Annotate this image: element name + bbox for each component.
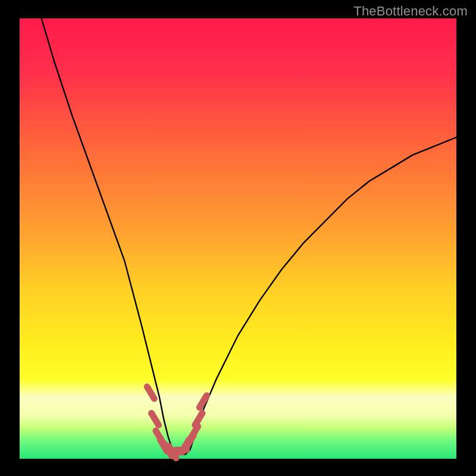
plot-area [20, 18, 456, 459]
chart-stage: TheBottleneck.com [0, 0, 476, 476]
watermark-text: TheBottleneck.com [353, 4, 468, 19]
bottleneck-chart [0, 0, 476, 476]
